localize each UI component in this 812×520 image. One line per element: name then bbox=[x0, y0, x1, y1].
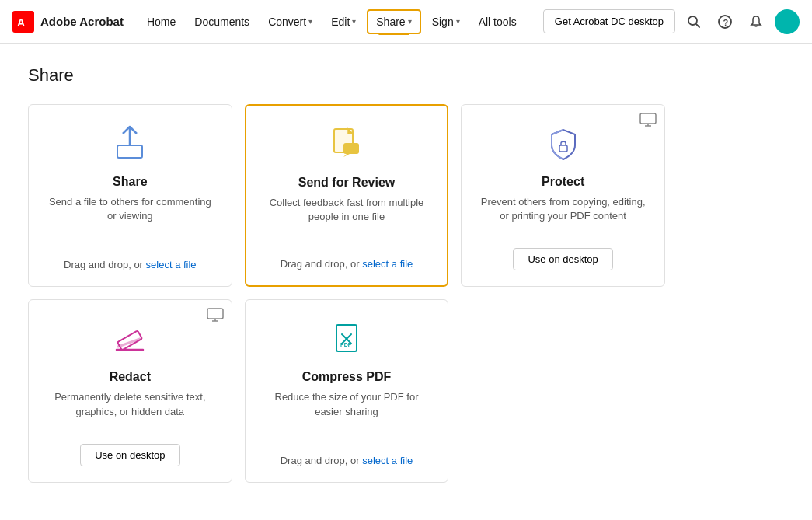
redact-card-title: Redact bbox=[110, 370, 151, 384]
monitor-icon bbox=[639, 113, 657, 127]
protect-card-desc: Prevent others from copying, editing, or… bbox=[477, 195, 649, 223]
share-select-file-link[interactable]: select a file bbox=[146, 259, 197, 270]
search-icon bbox=[687, 15, 701, 29]
page-title: Share bbox=[28, 65, 784, 86]
svg-text:?: ? bbox=[723, 17, 729, 26]
svg-text:A: A bbox=[17, 16, 25, 29]
protect-card: Protect Prevent others from copying, edi… bbox=[461, 104, 665, 287]
svg-text:PDF: PDF bbox=[340, 342, 352, 347]
svg-line-3 bbox=[696, 23, 700, 27]
svg-line-22 bbox=[347, 334, 351, 339]
user-avatar[interactable] bbox=[775, 9, 800, 34]
protect-card-title: Protect bbox=[542, 175, 584, 189]
send-for-review-desc: Collect feedback fast from multiple peop… bbox=[262, 196, 432, 246]
empty-cell bbox=[461, 299, 665, 482]
nav-share[interactable]: Share ▾ bbox=[367, 9, 420, 34]
protect-card-icon bbox=[544, 124, 583, 164]
compress-select-file-link[interactable]: select a file bbox=[362, 455, 413, 466]
send-for-review-title: Send for Review bbox=[298, 176, 395, 190]
redact-card-footer: Use on desktop bbox=[80, 431, 179, 466]
desktop-badge bbox=[639, 113, 657, 130]
nav-edit[interactable]: Edit ▾ bbox=[323, 11, 364, 33]
redact-card-icon bbox=[110, 319, 149, 359]
monitor-icon bbox=[207, 308, 224, 322]
send-for-review-icon bbox=[328, 124, 365, 165]
navbar: A Adobe Acrobat Home Documents Convert ▾… bbox=[0, 0, 812, 44]
nav-home[interactable]: Home bbox=[139, 11, 183, 33]
svg-rect-6 bbox=[117, 145, 142, 158]
compress-card-desc: Reduce the size of your PDF for easier s… bbox=[261, 390, 433, 441]
bell-icon bbox=[749, 15, 763, 29]
review-select-file-link[interactable]: select a file bbox=[362, 258, 413, 270]
svg-rect-8 bbox=[343, 143, 359, 154]
share-icon bbox=[111, 124, 148, 164]
compress-card-title: Compress PDF bbox=[302, 370, 392, 384]
redact-desktop-badge bbox=[207, 308, 224, 325]
send-for-review-footer: Drag and drop, or select a file bbox=[281, 258, 413, 270]
svg-rect-10 bbox=[640, 113, 656, 124]
share-card-footer: Drag and drop, or select a file bbox=[64, 259, 197, 270]
redact-card: Redact Permanently delete sensitive text… bbox=[28, 299, 232, 482]
nav-documents[interactable]: Documents bbox=[186, 11, 257, 33]
compress-card-footer: Drag and drop, or select a file bbox=[281, 455, 413, 466]
app-logo[interactable]: A Adobe Acrobat bbox=[12, 11, 124, 33]
acrobat-logo-icon: A bbox=[12, 11, 34, 33]
compress-pdf-card: PDF Compress PDF Reduce the size of your… bbox=[245, 299, 449, 482]
navbar-actions: Get Acrobat DC desktop ? bbox=[543, 9, 800, 34]
nav-sign[interactable]: Sign ▾ bbox=[424, 11, 468, 33]
redact-card-desc: Permanently delete sensitive text, graph… bbox=[44, 390, 216, 418]
svg-marker-9 bbox=[343, 154, 350, 157]
main-content: Share Share Send a file to others for co… bbox=[0, 44, 812, 504]
search-button[interactable] bbox=[681, 9, 706, 34]
protect-use-desktop-button[interactable]: Use on desktop bbox=[513, 248, 612, 270]
svg-rect-14 bbox=[207, 309, 223, 319]
help-button[interactable]: ? bbox=[713, 9, 737, 34]
compress-icon-svg: PDF bbox=[327, 319, 366, 359]
svg-rect-13 bbox=[559, 145, 567, 152]
send-for-review-icon-svg bbox=[328, 124, 365, 165]
share-card-desc: Send a file to others for commenting or … bbox=[44, 195, 216, 246]
nav-menu: Home Documents Convert ▾ Edit ▾ Share ▾ … bbox=[139, 9, 543, 34]
share-card-icon bbox=[111, 124, 148, 164]
chevron-down-icon: ▾ bbox=[456, 17, 460, 26]
svg-line-21 bbox=[342, 334, 347, 339]
chevron-down-icon: ▾ bbox=[352, 17, 356, 26]
notifications-button[interactable] bbox=[744, 9, 768, 34]
share-card: Share Send a file to others for commenti… bbox=[28, 104, 232, 287]
chevron-down-icon: ▾ bbox=[308, 17, 312, 26]
nav-all-tools[interactable]: All tools bbox=[471, 11, 524, 33]
redact-use-desktop-button[interactable]: Use on desktop bbox=[80, 444, 179, 466]
share-card-title: Share bbox=[113, 175, 147, 189]
send-for-review-card: Send for Review Collect feedback fast fr… bbox=[245, 104, 449, 287]
chevron-down-icon: ▾ bbox=[408, 17, 412, 26]
app-name: Adobe Acrobat bbox=[40, 15, 124, 28]
protect-icon-svg bbox=[544, 124, 583, 164]
get-acrobat-button[interactable]: Get Acrobat DC desktop bbox=[543, 9, 675, 33]
protect-card-footer: Use on desktop bbox=[513, 236, 612, 270]
redact-icon-svg bbox=[110, 319, 149, 359]
nav-convert[interactable]: Convert ▾ bbox=[260, 11, 320, 33]
compress-card-icon: PDF bbox=[327, 319, 366, 359]
help-icon: ? bbox=[718, 15, 732, 29]
